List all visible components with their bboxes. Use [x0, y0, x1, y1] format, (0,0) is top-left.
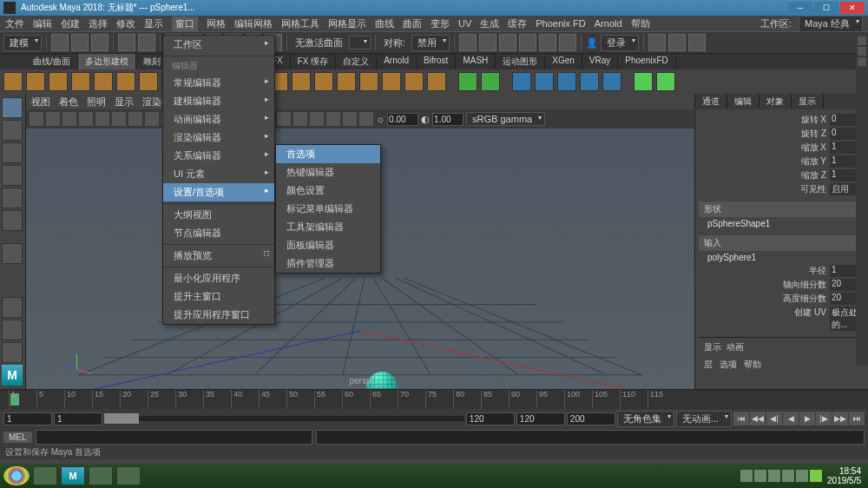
vp-menu-lighting[interactable]: 照明 [87, 96, 106, 109]
menu-minimize-app[interactable]: 最小化应用程序 [163, 269, 274, 287]
vp-gate-mask-icon[interactable] [128, 112, 142, 126]
tab-phoenixfd[interactable]: PhoenixFD [618, 54, 675, 69]
input-name[interactable]: polySphere1 [699, 251, 865, 264]
vp-select-cam-icon[interactable] [30, 112, 43, 126]
shelf-bridge-icon[interactable] [314, 72, 333, 91]
menu-cache[interactable]: 缓存 [508, 17, 527, 30]
menu-phoenixfd[interactable]: Phoenix FD [536, 18, 585, 29]
re-attr-icon[interactable] [858, 36, 866, 45]
mode-combo[interactable]: 建模 [3, 35, 42, 51]
range-play-start-field[interactable] [54, 412, 102, 425]
tab-motion[interactable]: 运动图形 [496, 54, 545, 69]
shelf-multicut-icon[interactable] [382, 72, 401, 91]
shelf-merge-icon[interactable] [427, 72, 446, 91]
vp-menu-shading[interactable]: 着色 [59, 96, 78, 109]
range-slider[interactable] [104, 416, 464, 421]
shelf-mirror-icon[interactable] [481, 72, 500, 91]
vp-menu-view[interactable]: 视图 [31, 96, 50, 109]
menu-rendering-editors[interactable]: 渲染编辑器 [163, 129, 274, 147]
tab-bifrost[interactable]: Bifrost [417, 54, 456, 69]
submenu-plugin-manager[interactable]: 插件管理器 [276, 254, 380, 273]
vp-image-plane-icon[interactable] [79, 112, 93, 126]
rp-tab-show[interactable]: 显示 [792, 94, 824, 109]
select-tool[interactable] [2, 97, 23, 118]
menu-curves[interactable]: 曲线 [375, 17, 394, 30]
start-button[interactable] [3, 466, 30, 485]
layout-single-icon[interactable] [2, 297, 23, 318]
menu-edit[interactable]: 编辑 [33, 17, 52, 30]
taskbar-app-3[interactable] [116, 466, 141, 485]
menu-uv[interactable]: UV [458, 18, 471, 29]
shelf-extrude-icon[interactable] [292, 72, 311, 91]
range-start-field[interactable] [3, 412, 52, 425]
menu-raise-main[interactable]: 提升主窗口 [163, 287, 274, 306]
vp-grid-icon[interactable] [310, 112, 324, 126]
last-tool[interactable] [2, 243, 23, 264]
scale-tool[interactable] [2, 210, 23, 231]
shelf-spherical-icon[interactable] [580, 72, 599, 91]
shelf-poly-cylinder-icon[interactable] [49, 72, 68, 91]
vp-lock-cam-icon[interactable] [46, 112, 60, 126]
menu-animation-editors[interactable]: 动画编辑器 [163, 110, 274, 129]
menu-meshdisplay[interactable]: 网格显示 [328, 17, 366, 30]
new-scene-icon[interactable] [51, 34, 69, 51]
shelf-cylindrical-icon[interactable] [557, 72, 576, 91]
paint-select-tool[interactable] [2, 142, 23, 163]
vp-isolate-icon[interactable] [277, 112, 291, 126]
menu-workspace[interactable]: 工作区 [163, 36, 274, 54]
layout-icon-3[interactable] [688, 34, 706, 51]
rp-menu-options[interactable]: 选项 [720, 359, 737, 371]
move-tool[interactable] [2, 165, 23, 186]
open-scene-icon[interactable] [71, 34, 89, 51]
menu-settings-prefs[interactable]: 设置/首选项 [163, 183, 274, 201]
step-forward-button[interactable]: ▶▶ [832, 412, 848, 425]
vp-menu-show[interactable]: 显示 [115, 96, 134, 109]
tray-icon[interactable] [768, 470, 780, 482]
save-scene-icon[interactable] [91, 34, 108, 51]
command-input[interactable] [36, 430, 312, 445]
lasso-tool[interactable] [2, 120, 23, 141]
tab-custom[interactable]: 自定义 [336, 54, 377, 69]
system-clock[interactable]: 18:542019/5/5 [824, 466, 865, 485]
shelf-poly-cone-icon[interactable] [71, 72, 90, 91]
play-forward-button[interactable]: ▶ [799, 412, 815, 425]
submenu-color-settings[interactable]: 颜色设置 [276, 181, 380, 200]
range-end-field[interactable] [516, 412, 565, 425]
menu-general-editors[interactable]: 常规编辑器 [163, 74, 274, 92]
tab-vray[interactable]: VRay [582, 54, 618, 69]
vp-field-chart-icon[interactable] [145, 112, 159, 126]
menu-node-editor[interactable]: 节点编辑器 [163, 224, 274, 242]
shelf-uv-editor-icon[interactable] [512, 72, 531, 91]
tab-xgen[interactable]: XGen [545, 54, 582, 69]
layout-icon-2[interactable] [668, 34, 686, 51]
pause-icon[interactable] [559, 34, 576, 51]
play-back-button[interactable]: ◀ [783, 412, 799, 425]
vp-motion-blur-icon[interactable] [343, 112, 357, 126]
taskbar-app-1[interactable] [33, 466, 57, 485]
login-combo[interactable]: 登录 [601, 35, 639, 51]
render-icon[interactable] [459, 34, 477, 51]
menu-display[interactable]: 显示 [144, 17, 163, 30]
shape-header[interactable]: 形状 [699, 201, 865, 217]
shelf-bevel-icon[interactable] [337, 72, 356, 91]
rp-tab2-anim[interactable]: 动画 [727, 341, 744, 353]
menu-mesh[interactable]: 网格 [207, 17, 226, 30]
tab-arnold[interactable]: Arnold [377, 54, 417, 69]
rp-menu-help[interactable]: 帮助 [744, 359, 761, 371]
shelf-poly-cube-icon[interactable] [26, 72, 45, 91]
shelf-insert-loop-icon[interactable] [359, 72, 378, 91]
tab-curves[interactable]: 曲线/曲面 [26, 54, 78, 69]
layout-four-icon[interactable] [2, 320, 23, 340]
menu-create[interactable]: 创建 [61, 17, 80, 30]
shelf-poly-pyramid-icon[interactable] [139, 72, 158, 91]
time-slider[interactable]: 1510152025303540455055606570758085909510… [0, 390, 868, 409]
vp-film-gate-icon[interactable] [95, 112, 109, 126]
vp-aa-icon[interactable] [359, 112, 373, 126]
close-button[interactable]: ✕ [840, 2, 865, 14]
shelf-poly-torus-icon[interactable] [116, 72, 135, 91]
menu-help[interactable]: 帮助 [631, 17, 650, 30]
submenu-marking-menu[interactable]: 标记菜单编辑器 [276, 200, 380, 218]
vp-exposure-field[interactable] [387, 113, 418, 126]
shelf-auto-icon[interactable] [602, 72, 621, 91]
menu-file[interactable]: 文件 [5, 17, 24, 30]
